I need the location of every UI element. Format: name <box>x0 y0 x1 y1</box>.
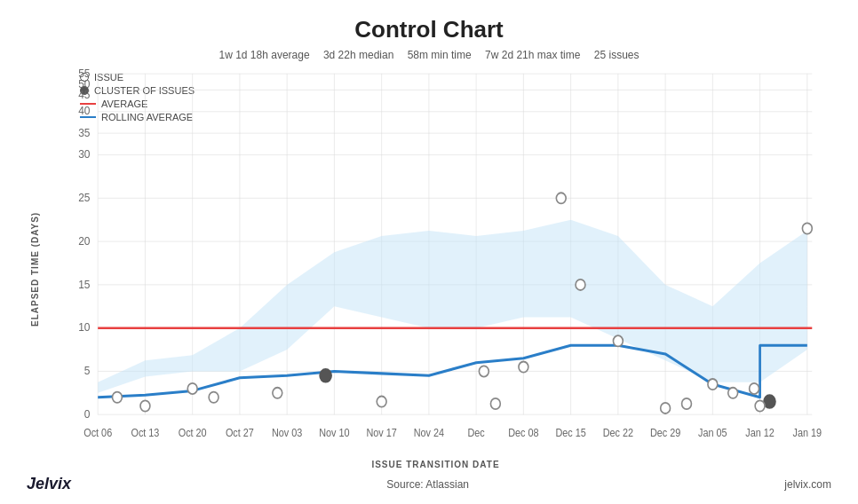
issue-point <box>802 223 812 233</box>
page-wrapper: Control Chart 1w 1d 18h average 3d 22h m… <box>0 0 858 504</box>
issue-point <box>140 400 150 411</box>
issue-point <box>661 403 671 413</box>
y-axis-label: ELAPSED TIME (DAYS) <box>27 68 40 469</box>
issue-point <box>682 398 692 409</box>
issue-point <box>377 396 386 406</box>
issue-point <box>519 361 528 372</box>
x-axis-label: ISSUE TRANSITION DATE <box>40 460 831 469</box>
svg-text:10: 10 <box>78 321 90 335</box>
svg-text:Dec 22: Dec 22 <box>603 427 633 438</box>
svg-text:35: 35 <box>78 126 90 139</box>
issue-point <box>187 383 197 394</box>
svg-text:40: 40 <box>78 105 90 118</box>
issue-point <box>576 280 585 290</box>
brand-label: Jelvix <box>27 475 71 493</box>
issue-point <box>755 400 765 411</box>
svg-text:Oct 06: Oct 06 <box>83 427 112 438</box>
chart-svg: 0 5 10 15 20 25 30 35 40 45 50 55 Oct 06… <box>40 68 831 458</box>
issue-point <box>112 392 122 403</box>
issue-point <box>750 383 759 394</box>
stats-bar: 1w 1d 18h average 3d 22h median 58m min … <box>27 49 831 61</box>
svg-text:Nov 24: Nov 24 <box>414 427 445 438</box>
issue-point <box>209 392 218 403</box>
chart-area: ELAPSED TIME (DAYS) ISSUE CLUSTER OF ISS… <box>27 68 831 469</box>
svg-text:Oct 13: Oct 13 <box>131 427 159 438</box>
svg-text:Dec 08: Dec 08 <box>508 427 538 438</box>
chart-inner: ISSUE CLUSTER OF ISSUES AVERAGE ROLLING … <box>40 68 831 469</box>
issue-point <box>479 366 489 376</box>
svg-text:20: 20 <box>78 234 90 248</box>
svg-text:55: 55 <box>78 68 90 80</box>
svg-text:25: 25 <box>78 191 90 204</box>
svg-text:Nov 03: Nov 03 <box>272 427 302 438</box>
svg-text:Jan 12: Jan 12 <box>745 427 775 438</box>
svg-text:Jan 19: Jan 19 <box>793 427 822 438</box>
source-label: Source: Atlassian <box>386 478 469 491</box>
issue-point <box>556 193 566 203</box>
issue-point <box>708 379 718 390</box>
cluster-point <box>764 395 775 408</box>
issue-point <box>613 335 623 346</box>
url-label: jelvix.com <box>784 478 831 491</box>
svg-text:Dec 15: Dec 15 <box>555 427 585 438</box>
svg-text:0: 0 <box>84 407 91 421</box>
svg-text:Oct 27: Oct 27 <box>226 427 254 438</box>
svg-text:Dec: Dec <box>467 427 485 438</box>
chart-title: Control Chart <box>27 16 831 43</box>
svg-text:Nov 17: Nov 17 <box>366 427 396 438</box>
issue-point <box>273 388 282 398</box>
svg-text:5: 5 <box>84 364 91 377</box>
svg-text:Nov 10: Nov 10 <box>319 427 349 438</box>
svg-container: 0 5 10 15 20 25 30 35 40 45 50 55 Oct 06… <box>40 68 831 458</box>
svg-text:15: 15 <box>78 278 90 291</box>
svg-text:30: 30 <box>78 148 90 161</box>
svg-text:Jan 05: Jan 05 <box>698 427 727 438</box>
issue-point <box>728 388 738 398</box>
svg-text:Oct 20: Oct 20 <box>179 427 207 438</box>
cluster-point <box>320 369 331 382</box>
svg-marker-55 <box>98 220 807 393</box>
issue-point <box>490 398 500 409</box>
svg-text:Dec 29: Dec 29 <box>650 427 680 438</box>
footer: Jelvix Source: Atlassian jelvix.com <box>27 469 831 493</box>
